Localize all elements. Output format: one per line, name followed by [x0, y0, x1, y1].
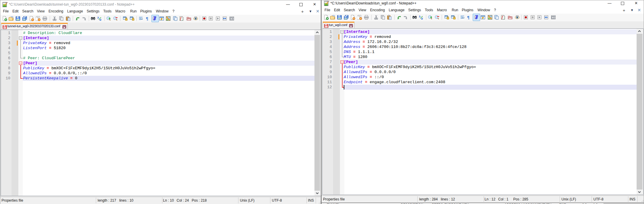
- svg-text:¶: ¶: [467, 15, 469, 20]
- svg-text:b: b: [98, 16, 99, 19]
- svg-text:b: b: [419, 15, 421, 18]
- svg-text:¶: ¶: [146, 16, 148, 21]
